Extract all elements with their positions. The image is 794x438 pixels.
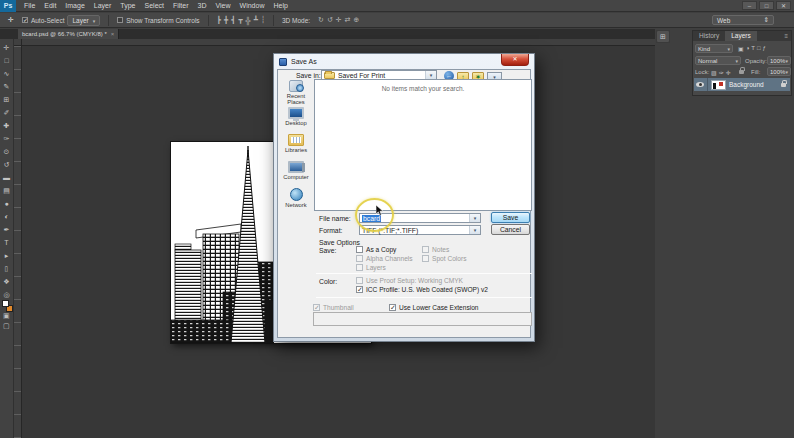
lock-position-icon[interactable]: ✛ xyxy=(726,69,731,76)
notes-checkbox[interactable]: Notes xyxy=(422,245,466,254)
layer-thumbnail[interactable] xyxy=(711,80,726,90)
auto-select-label: Auto-Select xyxy=(31,17,65,24)
menu-item[interactable]: Image xyxy=(65,2,84,9)
icc-profile-checkbox[interactable]: ICC Profile: U.S. Web Coated (SWOP) v2 xyxy=(356,285,488,294)
menu-item[interactable]: Help xyxy=(273,2,287,9)
drag-3d-icon[interactable]: ✛ xyxy=(336,16,342,24)
sidebar-item-recent-places[interactable]: Recent Places xyxy=(278,80,314,107)
menu-item[interactable]: Select xyxy=(145,2,164,9)
align-vertical-centers-icon[interactable]: ╬ xyxy=(245,17,250,24)
gradient-tool[interactable]: ▤ xyxy=(3,184,10,197)
sidebar-item-computer[interactable]: Computer xyxy=(278,161,314,188)
as-a-copy-checkbox[interactable]: As a Copy xyxy=(356,245,422,254)
cancel-button[interactable]: Cancel xyxy=(491,224,530,235)
fill-field[interactable]: 100% xyxy=(767,67,791,76)
tab-close-icon[interactable]: × xyxy=(111,31,115,37)
filter-adjustment-layers-icon[interactable]: ◑ xyxy=(746,45,750,52)
filter-pixel-layers-icon[interactable]: ▣ xyxy=(738,45,744,52)
alpha-channels-checkbox[interactable]: Alpha Channels xyxy=(356,254,422,263)
layer-lock-icon xyxy=(781,83,786,87)
dodge-tool[interactable]: ◐ xyxy=(4,210,8,223)
file-list[interactable]: No items match your search. xyxy=(314,79,532,211)
brush-tool[interactable]: ✑ xyxy=(4,132,10,145)
current-tool-icon[interactable]: ✛ xyxy=(8,16,14,24)
filter-shape-layers-icon[interactable]: □ xyxy=(757,45,761,52)
vertical-ruler[interactable] xyxy=(14,46,22,438)
eraser-tool[interactable]: ▬ xyxy=(3,171,10,184)
quick-mask-icon[interactable]: ▣ xyxy=(3,312,10,320)
menu-item[interactable]: Edit xyxy=(44,2,56,9)
hand-tool[interactable]: ❖ xyxy=(3,275,9,288)
lock-image-pixels-icon[interactable]: ✑ xyxy=(719,69,724,76)
spot-colors-checkbox[interactable]: Spot Colors xyxy=(422,254,466,263)
use-proof-setup-checkbox[interactable]: Use Proof Setup: Working CMYK xyxy=(356,276,488,285)
tab-history[interactable]: History xyxy=(693,31,725,41)
opacity-field[interactable]: 100% xyxy=(767,56,791,65)
dialog-close-button[interactable]: ✕ xyxy=(501,54,529,66)
dialog-title-bar[interactable]: Save As ✕ xyxy=(274,54,534,69)
layers-checkbox[interactable]: Layers xyxy=(356,263,422,272)
lock-transparent-pixels-icon[interactable]: ▨ xyxy=(711,69,717,76)
quick-selection-tool[interactable]: ✎ xyxy=(4,80,10,93)
swatches-panel-icon[interactable]: ⊞ xyxy=(656,30,670,43)
menu-item[interactable]: Layer xyxy=(94,2,112,9)
close-button[interactable]: ✕ xyxy=(776,1,791,10)
roll-3d-icon[interactable]: ↺ xyxy=(327,16,333,24)
layers-panel: History Layers ≡ Kind ▣◑T□ƒ Normal Opaci… xyxy=(692,30,792,96)
menu-item[interactable]: Window xyxy=(240,2,265,9)
distribute-icon[interactable]: ┆ xyxy=(261,16,265,24)
blend-mode-dropdown[interactable]: Normal xyxy=(695,56,741,65)
align-right-edges-icon[interactable]: ┫ xyxy=(231,16,235,24)
sidebar-item-network[interactable]: Network xyxy=(278,188,314,215)
align-top-edges-icon[interactable]: ┳ xyxy=(238,16,242,24)
layer-row-background[interactable]: Background xyxy=(694,78,790,91)
auto-select-target-dropdown[interactable]: Layer xyxy=(67,15,100,26)
crop-tool[interactable]: ⊞ xyxy=(4,93,10,106)
eyedropper-tool[interactable]: ✐ xyxy=(4,106,10,119)
align-left-edges-icon[interactable]: ┣ xyxy=(217,16,221,24)
layer-visibility-eye-icon[interactable] xyxy=(696,82,704,87)
window-controls: –□✕ xyxy=(742,1,791,10)
type-tool[interactable]: T xyxy=(4,236,8,249)
document-tab[interactable]: bcard.psd @ 66.7% (CMYK/8) * × xyxy=(18,29,119,39)
menu-item[interactable]: 3D xyxy=(198,2,207,9)
show-transform-controls-checkbox[interactable] xyxy=(117,17,123,23)
screen-mode-icon[interactable]: ▢ xyxy=(3,322,10,330)
clone-stamp-tool[interactable]: ⊙ xyxy=(4,145,10,158)
lasso-tool[interactable]: ∿ xyxy=(4,67,10,80)
scale-3d-icon[interactable]: ⊕ xyxy=(354,16,360,24)
align-horizontal-centers-icon[interactable]: ╋ xyxy=(224,16,228,24)
workspace-switcher[interactable]: Web⇕ xyxy=(712,15,774,25)
blur-tool[interactable]: ● xyxy=(4,197,8,210)
panel-menu-icon[interactable]: ≡ xyxy=(784,31,791,41)
save-button[interactable]: Save xyxy=(491,212,530,223)
filter-smart-objects-icon[interactable]: ƒ xyxy=(763,45,766,52)
thumbnail-checkbox[interactable]: Thumbnail xyxy=(313,303,389,312)
lock-all-icon[interactable] xyxy=(739,70,744,74)
move-tool[interactable]: ✛ xyxy=(4,41,10,54)
healing-brush-tool[interactable]: ✚ xyxy=(4,119,10,132)
lowercase-extension-checkbox[interactable]: Use Lower Case Extension xyxy=(389,303,479,312)
layer-filter-dropdown[interactable]: Kind xyxy=(695,44,733,53)
auto-select-checkbox[interactable] xyxy=(22,17,28,23)
tab-layers[interactable]: Layers xyxy=(725,31,757,41)
foreground-color-swatch[interactable] xyxy=(2,300,9,307)
menu-item[interactable]: Filter xyxy=(173,2,189,9)
filter-type-layers-icon[interactable]: T xyxy=(751,45,755,52)
sidebar-item-libraries[interactable]: Libraries xyxy=(278,134,314,161)
history-brush-tool[interactable]: ↺ xyxy=(4,158,10,171)
path-selection-tool[interactable]: ▸ xyxy=(5,249,9,262)
shape-tool[interactable]: ▯ xyxy=(5,262,9,275)
menu-item[interactable]: View xyxy=(216,2,231,9)
rotate-3d-icon[interactable]: ↻ xyxy=(318,16,324,24)
marquee-tool[interactable]: □ xyxy=(4,54,8,67)
maximize-button[interactable]: □ xyxy=(759,1,774,10)
menu-item[interactable]: File xyxy=(24,2,35,9)
slide-3d-icon[interactable]: ⇄ xyxy=(345,16,351,24)
align-bottom-edges-icon[interactable]: ┻ xyxy=(253,16,257,24)
menu-item[interactable]: Type xyxy=(120,2,135,9)
horizontal-ruler[interactable]: 4003503002502001501005005010015020025030… xyxy=(22,39,655,46)
sidebar-item-desktop[interactable]: Desktop xyxy=(278,107,314,134)
pen-tool[interactable]: ✒ xyxy=(4,223,10,236)
minimize-button[interactable]: – xyxy=(742,1,757,10)
